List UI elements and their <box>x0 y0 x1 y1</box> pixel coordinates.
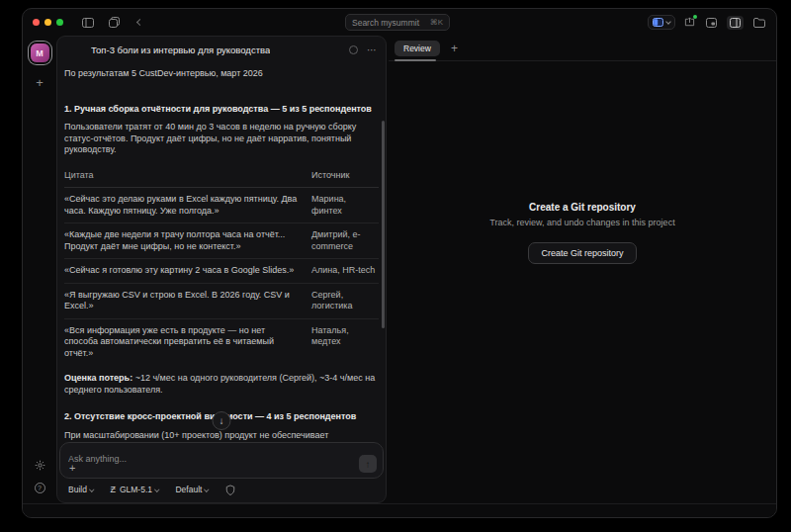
arrow-up-icon: ↑ <box>366 459 371 470</box>
chevron-down-icon <box>665 19 671 25</box>
add-workspace-button[interactable]: + <box>36 76 44 89</box>
git-empty-subtitle: Track, review, and undo changes in this … <box>389 218 776 227</box>
create-git-repository-button[interactable]: Create Git repository <box>528 242 636 264</box>
workspace-avatar[interactable]: M <box>31 44 49 62</box>
table-row: «Каждые две недели я трачу полтора часа … <box>64 223 379 259</box>
source-cell: Сергей, логистика <box>311 290 379 312</box>
share-button[interactable] <box>684 17 695 28</box>
review-tabbar: Review + <box>389 36 776 61</box>
new-tab-icon[interactable] <box>107 16 121 30</box>
search-input[interactable]: ⌘K <box>345 14 450 31</box>
blue-panel-icon <box>653 18 663 27</box>
quote-cell: «Вся информация уже есть в продукте — но… <box>64 325 311 360</box>
git-empty-title: Create a Git repository <box>389 202 776 213</box>
picture-in-picture-icon[interactable] <box>704 16 718 30</box>
preset-label: Default <box>175 485 202 494</box>
section1-paragraph: Пользователи тратят от 40 мин до 3 часов… <box>64 122 379 156</box>
chevron-down-icon <box>154 488 159 492</box>
source-cell: Марина, финтех <box>311 194 379 217</box>
review-panel: Review + Create a Git repository Track, … <box>389 36 776 503</box>
sidebar-toggle-icon[interactable] <box>81 16 95 30</box>
col-quote-header: Цитата <box>64 170 311 182</box>
app-window: ⌘K M + <box>22 8 777 518</box>
minimize-window-button[interactable] <box>44 19 51 26</box>
loss-estimate: Оценка потерь: ~12 ч/мес на одного руков… <box>64 373 379 396</box>
chat-composer: + ↑ Build Ƶ GLM-5.1 Default <box>59 440 384 500</box>
status-ring-icon <box>349 45 358 54</box>
question-icon: ? <box>35 483 45 493</box>
arrow-down-icon: ↓ <box>220 415 224 426</box>
presence-dot <box>693 15 697 19</box>
window-controls <box>33 19 63 26</box>
model-selector[interactable]: Ƶ GLM-5.1 <box>110 485 158 494</box>
table-header-row: Цитата Источник <box>64 168 379 189</box>
document-header: Топ-3 боли из интервью для руководства ⋯ <box>57 37 386 62</box>
chevron-down-icon <box>89 488 94 492</box>
table-row: «Сейчас это делаю руками в Excel каждую … <box>64 188 379 223</box>
source-cell: Наталья, медтех <box>311 325 379 360</box>
folder-icon[interactable] <box>752 16 766 30</box>
table-row: «Вся информация уже есть в продукте — но… <box>64 319 379 366</box>
model-logo-icon: Ƶ <box>110 485 116 494</box>
table-row: «Я выгружаю CSV и строю в Excel. В 2026 … <box>64 284 379 319</box>
quote-cell: «Сейчас это делаю руками в Excel каждую … <box>64 194 311 217</box>
composer-box[interactable]: + ↑ <box>59 442 384 479</box>
section1-heading: 1. Ручная сборка отчётности для руководс… <box>64 104 379 116</box>
search-field[interactable] <box>352 18 430 28</box>
source-cell: Дмитрий, e-commerce <box>311 229 379 252</box>
quotes-table: Цитата Источник «Сейчас это делаю руками… <box>64 168 379 366</box>
document-scrollbar[interactable] <box>382 121 385 328</box>
add-tab-button[interactable]: + <box>451 43 458 54</box>
close-window-button[interactable] <box>33 19 40 26</box>
loss-estimate-label: Оценка потерь: <box>64 373 132 383</box>
titlebar: ⌘K <box>23 9 776 36</box>
quote-cell: «Сейчас я готовлю эту картину 2 часа в G… <box>64 265 311 277</box>
chevron-down-icon <box>205 488 210 492</box>
send-button[interactable]: ↑ <box>359 455 377 473</box>
right-panel-toggle[interactable] <box>727 16 744 30</box>
quote-cell: «Каждые две недели я трачу полтора часа … <box>64 229 311 252</box>
doc-subtitle: По результатам 5 CustDev-интервью, март … <box>64 68 379 80</box>
help-button[interactable]: ? <box>33 481 46 494</box>
document-panel: Топ-3 боли из интервью для руководства ⋯… <box>56 36 387 503</box>
model-label: GLM-5.1 <box>120 485 152 494</box>
document-content: По результатам 5 CustDev-интервью, март … <box>57 62 386 502</box>
settings-button[interactable] <box>33 458 46 472</box>
search-shortcut: ⌘K <box>430 18 443 27</box>
document-title: Топ-3 боли из интервью для руководства <box>91 44 270 55</box>
active-tab-underline <box>395 59 436 61</box>
mode-selector[interactable]: Build <box>68 485 93 494</box>
preset-selector[interactable]: Default <box>175 485 208 494</box>
workspace-rail: M + ? <box>23 36 56 503</box>
source-cell: Алина, HR-tech <box>311 265 379 277</box>
zoom-window-button[interactable] <box>56 19 63 26</box>
mode-label: Build <box>68 485 87 494</box>
attach-button[interactable]: + <box>69 463 75 474</box>
back-icon[interactable] <box>132 16 146 30</box>
permissions-button[interactable] <box>225 485 235 495</box>
document-menu-button[interactable]: ⋯ <box>367 44 378 55</box>
shield-icon <box>225 485 235 495</box>
window-bottom-chrome <box>23 503 776 517</box>
layout-selector[interactable] <box>648 15 675 30</box>
quote-cell: «Я выгружаю CSV и строю в Excel. В 2026 … <box>64 290 311 312</box>
table-row: «Сейчас я готовлю эту картину 2 часа в G… <box>64 259 379 284</box>
gear-icon <box>35 460 45 471</box>
git-empty-state: Create a Git repository Track, review, a… <box>389 202 776 264</box>
composer-toolbar: Build Ƶ GLM-5.1 Default <box>59 479 384 500</box>
tab-review[interactable]: Review <box>395 41 440 56</box>
chat-input[interactable] <box>68 454 299 464</box>
col-source-header: Источник <box>311 170 379 182</box>
scroll-to-bottom-button[interactable]: ↓ <box>213 411 231 430</box>
